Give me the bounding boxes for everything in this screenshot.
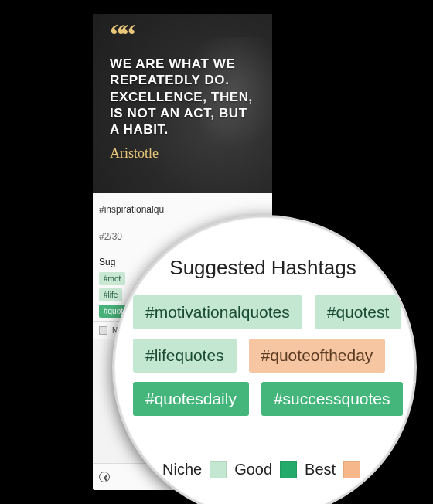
hashtag-pill[interactable]: #quotest bbox=[315, 295, 402, 329]
quote-mark-icon: ““ bbox=[110, 26, 255, 45]
legend-label-good: Good bbox=[234, 461, 272, 478]
schedule-icon[interactable] bbox=[99, 472, 110, 482]
hashtag-pill[interactable]: #mot bbox=[99, 272, 125, 285]
suggested-hashtags: #motivationalquotes #quotest #lifequotes… bbox=[133, 295, 393, 416]
legend-label-niche: Niche bbox=[162, 461, 202, 478]
hashtag-pill[interactable]: #life bbox=[99, 288, 122, 301]
legend-swatch-good bbox=[210, 461, 227, 478]
hashtag-pill[interactable]: #motivationalquotes bbox=[133, 295, 302, 329]
legend-label-best: Best bbox=[305, 461, 336, 478]
legend-swatch-comp bbox=[343, 461, 360, 478]
post-image-preview[interactable]: ““ WE ARE WHAT WE REPEATEDLY DO. EXCELLE… bbox=[93, 14, 272, 193]
legend-swatch-niche bbox=[99, 326, 107, 335]
magnifier-lens: Suggested Hashtags #motivationalquotes #… bbox=[112, 215, 417, 504]
hashtag-pill[interactable]: #quoteoftheday bbox=[249, 339, 386, 373]
quote-text: WE ARE WHAT WE REPEATEDLY DO. EXCELLENCE… bbox=[110, 56, 255, 138]
hashtag-pill[interactable]: #lifequotes bbox=[133, 339, 237, 373]
suggested-title: Suggested Hashtags bbox=[133, 256, 393, 280]
hashtag-row: #motivationalquotes #quotest bbox=[133, 295, 393, 329]
hashtag-row: #quotesdaily #successquotes bbox=[133, 382, 393, 416]
hashtag-row: #lifequotes #quoteoftheday bbox=[133, 339, 393, 373]
legend: Niche Good Best bbox=[162, 461, 414, 478]
legend-swatch-best bbox=[280, 461, 297, 478]
hashtag-pill[interactable]: #quotesdaily bbox=[133, 382, 249, 416]
quote-author: Aristotle bbox=[110, 145, 255, 162]
hashtag-pill[interactable]: #successquotes bbox=[261, 382, 403, 416]
